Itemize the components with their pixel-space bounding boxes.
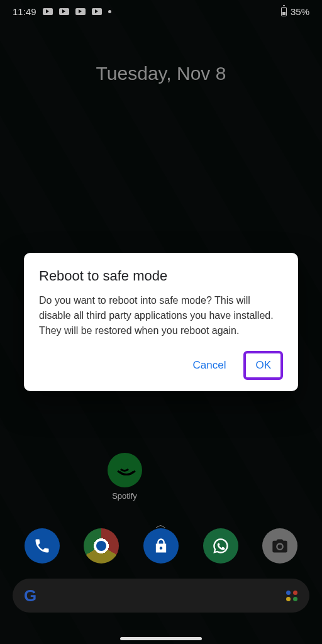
ok-highlight: OK <box>243 351 283 380</box>
cancel-button[interactable]: Cancel <box>184 354 235 377</box>
safe-mode-dialog: Reboot to safe mode Do you want to reboo… <box>24 253 298 391</box>
dialog-body: Do you want to reboot into safe mode? Th… <box>39 293 283 338</box>
device-screen: 11:49 35% Tuesday, Nov 8 Spotify ︿ <box>0 0 322 644</box>
dialog-title: Reboot to safe mode <box>39 268 283 284</box>
ok-button[interactable]: OK <box>248 357 279 374</box>
dialog-backdrop: Reboot to safe mode Do you want to reboo… <box>0 0 322 644</box>
dialog-actions: Cancel OK <box>39 351 283 385</box>
